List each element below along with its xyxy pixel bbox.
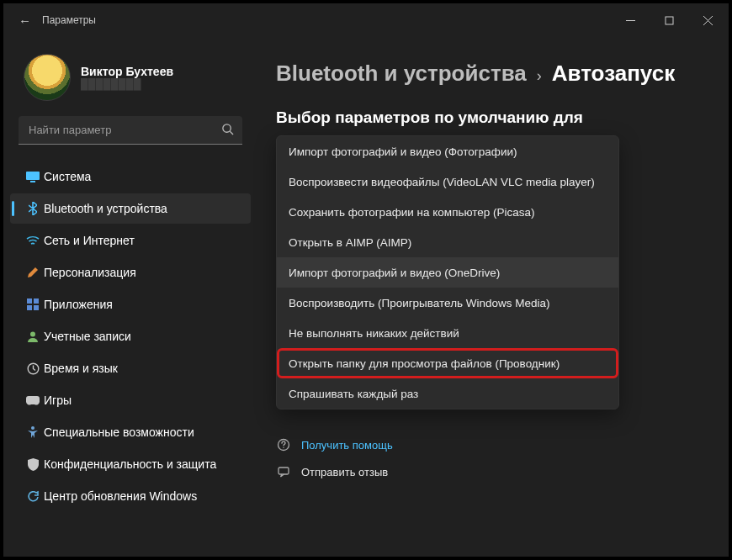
svg-point-16 [283,447,284,448]
minimize-button[interactable] [611,3,650,37]
sidebar-item-label: Специальные возможности [44,425,242,439]
help-label: Получить помощь [301,439,393,452]
sidebar-item-label: Система [44,170,242,183]
close-button[interactable] [688,3,727,37]
breadcrumb-parent[interactable]: Bluetooth и устройства [276,61,527,87]
profile-name: Виктор Бухтеев [81,65,173,78]
sidebar-item-label: Центр обновления Windows [44,489,242,503]
search-field[interactable] [29,124,221,136]
privacy-icon [22,458,44,471]
dropdown-list: Импорт фотографий и видео (Фотографии)Во… [276,135,619,409]
sidebar-item-label: Время и язык [44,362,242,375]
window-title: Параметры [42,14,96,26]
search-icon [221,123,234,138]
sidebar-item-6[interactable]: Время и язык [10,353,251,383]
sidebar-item-1[interactable]: Bluetooth и устройства [10,193,251,224]
feedback-label: Отправить отзыв [301,466,388,478]
svg-rect-11 [34,305,39,310]
dropdown-option[interactable]: Сохранить фотографии на компьютер (Picas… [277,197,618,227]
sidebar-item-2[interactable]: Сеть и Интернет [10,225,251,256]
sidebar-item-label: Сеть и Интернет [44,234,242,247]
sidebar-item-4[interactable]: Приложения [10,289,251,320]
sidebar-item-label: Bluetooth и устройства [44,202,242,215]
sidebar-nav: СистемаBluetooth и устройстваСеть и Инте… [10,161,251,511]
dropdown-option[interactable]: Открыть папку для просмотра файлов (Пров… [277,348,618,378]
help-icon [276,438,291,452]
dropdown-option[interactable]: Воспроизвести видеофайлы (VideoLAN VLC m… [277,166,618,197]
dropdown-option[interactable]: Импорт фотографий и видео (OneDrive) [277,257,618,288]
sidebar-item-label: Учетные записи [44,330,242,343]
dropdown-option[interactable]: Импорт фотографий и видео (Фотографии) [277,136,618,166]
svg-point-12 [30,332,35,337]
svg-rect-17 [278,468,289,474]
back-button[interactable]: ← [19,13,42,28]
dropdown-option[interactable]: Не выполнять никаких действий [277,318,618,348]
help-link[interactable]: Получить помощь [276,438,710,452]
sidebar-item-5[interactable]: Учетные записи [10,321,251,351]
avatar [24,54,71,101]
svg-point-14 [31,426,34,430]
search-input[interactable] [19,116,242,145]
sidebar-item-label: Конфиденциальность и защита [44,457,242,471]
sidebar-item-label: Приложения [44,298,242,311]
dropdown-option[interactable]: Открыть в AIMP (AIMP) [277,227,618,257]
time-lang-icon [22,362,44,375]
svg-rect-7 [30,181,35,182]
sidebar-item-label: Игры [44,394,242,407]
apps-icon [22,298,44,310]
accounts-icon [22,330,44,342]
svg-rect-9 [34,298,39,304]
personalize-icon [22,266,44,279]
sidebar-item-3[interactable]: Персонализация [10,257,251,288]
chevron-right-icon: › [537,67,542,85]
bluetooth-icon [22,202,44,215]
svg-point-4 [223,124,231,131]
accessibility-icon [22,426,44,439]
sidebar-item-8[interactable]: Специальные возможности [10,417,251,447]
svg-rect-6 [26,172,40,180]
svg-rect-8 [27,298,32,304]
gaming-icon [22,396,44,405]
feedback-icon [276,465,291,478]
svg-rect-1 [666,17,673,24]
network-icon [22,235,44,246]
sidebar-item-label: Персонализация [44,266,242,279]
svg-line-5 [230,131,233,135]
sidebar-item-7[interactable]: Игры [10,385,251,415]
breadcrumb: Bluetooth и устройства › Автозапуск [276,61,710,87]
sidebar-item-9[interactable]: Конфиденциальность и защита [10,449,251,479]
section-title: Выбор параметров по умолчанию для [276,108,710,127]
breadcrumb-current: Автозапуск [552,61,675,87]
system-icon [22,172,44,182]
sidebar-item-0[interactable]: Система [10,161,251,192]
maximize-button[interactable] [650,3,688,37]
svg-rect-10 [27,305,32,310]
update-icon [22,490,44,503]
profile-email: ████████ [81,78,173,90]
dropdown-option[interactable]: Воспроизводить (Проигрыватель Windows Me… [277,288,618,318]
profile-block[interactable]: Виктор Бухтеев ████████ [10,49,251,113]
sidebar-item-10[interactable]: Центр обновления Windows [10,481,251,511]
dropdown-option[interactable]: Спрашивать каждый раз [277,378,618,409]
feedback-link[interactable]: Отправить отзыв [276,465,710,478]
